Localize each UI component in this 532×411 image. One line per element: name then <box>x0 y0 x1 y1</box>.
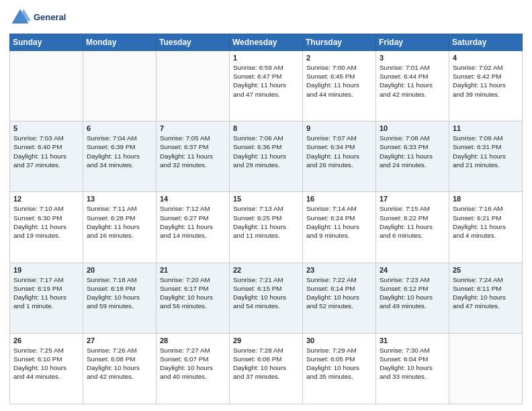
day-number: 10 <box>380 124 445 132</box>
day-info: Sunrise: 7:12 AM Sunset: 6:27 PM Dayligh… <box>160 204 226 240</box>
day-number: 6 <box>87 124 152 132</box>
day-cell <box>10 51 83 122</box>
header: General <box>9 7 523 28</box>
day-number: 7 <box>160 124 226 132</box>
day-cell: 8Sunrise: 7:06 AM Sunset: 6:36 PM Daylig… <box>230 122 303 192</box>
day-cell: 7Sunrise: 7:05 AM Sunset: 6:37 PM Daylig… <box>157 122 230 192</box>
logo: General <box>9 7 66 28</box>
weekday-header-friday: Friday <box>376 34 449 51</box>
day-number: 11 <box>453 124 519 132</box>
day-cell: 21Sunrise: 7:20 AM Sunset: 6:17 PM Dayli… <box>157 263 230 333</box>
logo-text: General <box>34 13 66 22</box>
day-info: Sunrise: 7:02 AM Sunset: 6:42 PM Dayligh… <box>453 63 519 99</box>
day-cell: 25Sunrise: 7:24 AM Sunset: 6:11 PM Dayli… <box>449 263 523 333</box>
day-number: 9 <box>306 124 372 132</box>
day-cell: 14Sunrise: 7:12 AM Sunset: 6:27 PM Dayli… <box>157 192 230 263</box>
day-number: 30 <box>306 336 372 345</box>
day-number: 3 <box>380 54 445 62</box>
day-cell <box>449 333 523 404</box>
week-row-5: 26Sunrise: 7:25 AM Sunset: 6:10 PM Dayli… <box>10 333 523 404</box>
day-cell: 11Sunrise: 7:09 AM Sunset: 6:31 PM Dayli… <box>449 122 523 192</box>
day-cell: 6Sunrise: 7:04 AM Sunset: 6:39 PM Daylig… <box>83 122 157 192</box>
day-info: Sunrise: 7:25 AM Sunset: 6:10 PM Dayligh… <box>13 346 79 381</box>
day-info: Sunrise: 7:10 AM Sunset: 6:30 PM Dayligh… <box>13 204 79 240</box>
weekday-header-tuesday: Tuesday <box>157 34 230 51</box>
day-info: Sunrise: 7:07 AM Sunset: 6:34 PM Dayligh… <box>306 134 372 169</box>
day-number: 15 <box>233 195 299 203</box>
day-number: 19 <box>13 266 79 274</box>
logo-icon <box>9 7 31 28</box>
day-number: 25 <box>453 266 519 274</box>
day-cell: 30Sunrise: 7:29 AM Sunset: 6:05 PM Dayli… <box>303 333 376 404</box>
day-number: 18 <box>453 195 519 203</box>
week-row-3: 12Sunrise: 7:10 AM Sunset: 6:30 PM Dayli… <box>10 192 523 263</box>
day-number: 16 <box>306 195 372 203</box>
day-number: 23 <box>306 266 372 274</box>
day-cell: 16Sunrise: 7:14 AM Sunset: 6:24 PM Dayli… <box>303 192 376 263</box>
day-info: Sunrise: 7:08 AM Sunset: 6:33 PM Dayligh… <box>380 134 445 169</box>
day-cell: 19Sunrise: 7:17 AM Sunset: 6:19 PM Dayli… <box>10 263 83 333</box>
day-info: Sunrise: 7:20 AM Sunset: 6:17 PM Dayligh… <box>160 275 226 311</box>
day-info: Sunrise: 7:15 AM Sunset: 6:22 PM Dayligh… <box>380 204 445 240</box>
day-number: 14 <box>160 195 226 203</box>
day-info: Sunrise: 7:22 AM Sunset: 6:14 PM Dayligh… <box>306 275 372 311</box>
day-cell: 27Sunrise: 7:26 AM Sunset: 6:08 PM Dayli… <box>83 333 157 404</box>
day-info: Sunrise: 7:03 AM Sunset: 6:40 PM Dayligh… <box>13 134 79 169</box>
day-number: 4 <box>453 54 519 62</box>
day-cell: 10Sunrise: 7:08 AM Sunset: 6:33 PM Dayli… <box>376 122 449 192</box>
page: General SundayMondayTuesdayWednesdayThur… <box>0 0 532 411</box>
day-cell: 17Sunrise: 7:15 AM Sunset: 6:22 PM Dayli… <box>376 192 449 263</box>
day-number: 26 <box>13 336 79 345</box>
day-info: Sunrise: 7:24 AM Sunset: 6:11 PM Dayligh… <box>453 275 519 311</box>
day-cell: 1Sunrise: 6:59 AM Sunset: 6:47 PM Daylig… <box>230 51 303 122</box>
day-info: Sunrise: 7:09 AM Sunset: 6:31 PM Dayligh… <box>453 134 519 169</box>
day-number: 20 <box>87 266 152 274</box>
day-number: 5 <box>13 124 79 132</box>
day-info: Sunrise: 7:23 AM Sunset: 6:12 PM Dayligh… <box>380 275 445 311</box>
day-cell: 31Sunrise: 7:30 AM Sunset: 6:04 PM Dayli… <box>376 333 449 404</box>
day-cell: 20Sunrise: 7:18 AM Sunset: 6:18 PM Dayli… <box>83 263 157 333</box>
day-info: Sunrise: 7:00 AM Sunset: 6:45 PM Dayligh… <box>306 63 372 99</box>
week-row-4: 19Sunrise: 7:17 AM Sunset: 6:19 PM Dayli… <box>10 263 523 333</box>
day-info: Sunrise: 7:18 AM Sunset: 6:18 PM Dayligh… <box>87 275 152 311</box>
day-number: 24 <box>380 266 445 274</box>
weekday-header-monday: Monday <box>83 34 157 51</box>
day-info: Sunrise: 7:17 AM Sunset: 6:19 PM Dayligh… <box>13 275 79 311</box>
weekday-header-saturday: Saturday <box>449 34 523 51</box>
day-info: Sunrise: 7:21 AM Sunset: 6:15 PM Dayligh… <box>233 275 299 311</box>
day-info: Sunrise: 7:05 AM Sunset: 6:37 PM Dayligh… <box>160 134 226 169</box>
day-info: Sunrise: 7:13 AM Sunset: 6:25 PM Dayligh… <box>233 204 299 240</box>
day-info: Sunrise: 7:04 AM Sunset: 6:39 PM Dayligh… <box>87 134 152 169</box>
day-info: Sunrise: 6:59 AM Sunset: 6:47 PM Dayligh… <box>233 63 299 99</box>
calendar-table: SundayMondayTuesdayWednesdayThursdayFrid… <box>9 34 523 404</box>
day-number: 29 <box>233 336 299 345</box>
day-cell: 29Sunrise: 7:28 AM Sunset: 6:06 PM Dayli… <box>230 333 303 404</box>
day-number: 13 <box>87 195 152 203</box>
day-cell: 13Sunrise: 7:11 AM Sunset: 6:28 PM Dayli… <box>83 192 157 263</box>
day-info: Sunrise: 7:06 AM Sunset: 6:36 PM Dayligh… <box>233 134 299 169</box>
day-info: Sunrise: 7:11 AM Sunset: 6:28 PM Dayligh… <box>87 204 152 240</box>
day-number: 8 <box>233 124 299 132</box>
day-number: 2 <box>306 54 372 62</box>
weekday-header-row: SundayMondayTuesdayWednesdayThursdayFrid… <box>10 34 523 51</box>
day-number: 17 <box>380 195 445 203</box>
day-info: Sunrise: 7:26 AM Sunset: 6:08 PM Dayligh… <box>87 346 152 381</box>
day-cell: 26Sunrise: 7:25 AM Sunset: 6:10 PM Dayli… <box>10 333 83 404</box>
day-cell <box>83 51 157 122</box>
day-number: 1 <box>233 54 299 62</box>
day-cell: 3Sunrise: 7:01 AM Sunset: 6:44 PM Daylig… <box>376 51 449 122</box>
day-cell: 23Sunrise: 7:22 AM Sunset: 6:14 PM Dayli… <box>303 263 376 333</box>
day-cell: 12Sunrise: 7:10 AM Sunset: 6:30 PM Dayli… <box>10 192 83 263</box>
day-number: 22 <box>233 266 299 274</box>
day-cell: 4Sunrise: 7:02 AM Sunset: 6:42 PM Daylig… <box>449 51 523 122</box>
day-info: Sunrise: 7:16 AM Sunset: 6:21 PM Dayligh… <box>453 204 519 240</box>
weekday-header-sunday: Sunday <box>10 34 83 51</box>
week-row-2: 5Sunrise: 7:03 AM Sunset: 6:40 PM Daylig… <box>10 122 523 192</box>
day-cell: 22Sunrise: 7:21 AM Sunset: 6:15 PM Dayli… <box>230 263 303 333</box>
day-number: 31 <box>380 336 445 345</box>
day-cell: 9Sunrise: 7:07 AM Sunset: 6:34 PM Daylig… <box>303 122 376 192</box>
day-info: Sunrise: 7:14 AM Sunset: 6:24 PM Dayligh… <box>306 204 372 240</box>
day-cell: 15Sunrise: 7:13 AM Sunset: 6:25 PM Dayli… <box>230 192 303 263</box>
day-info: Sunrise: 7:01 AM Sunset: 6:44 PM Dayligh… <box>380 63 445 99</box>
day-info: Sunrise: 7:29 AM Sunset: 6:05 PM Dayligh… <box>306 346 372 381</box>
